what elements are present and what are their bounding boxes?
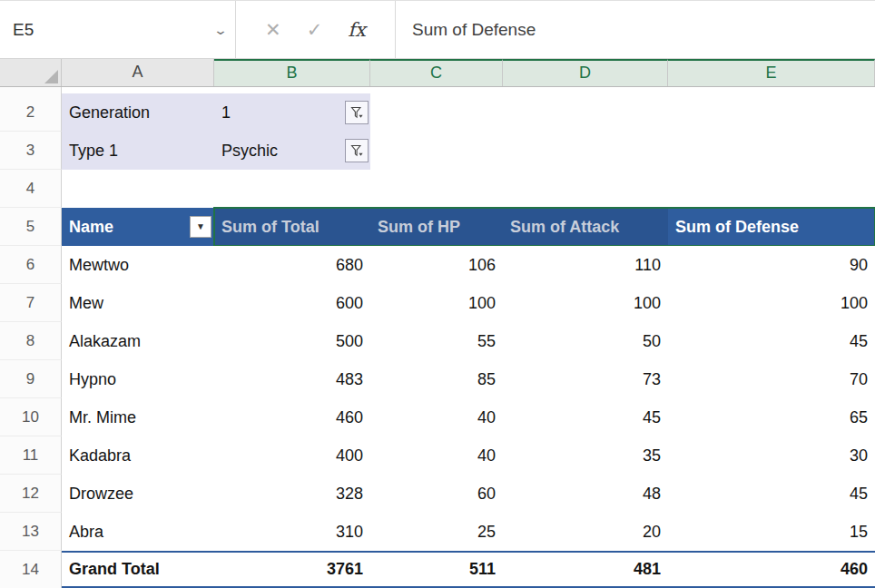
cell-hp[interactable]: 106: [370, 246, 503, 284]
cell-defense[interactable]: 45: [668, 475, 875, 513]
cell-hp[interactable]: 60: [370, 475, 503, 513]
filter-value-generation[interactable]: 1: [214, 93, 370, 132]
cell[interactable]: [503, 132, 668, 170]
grand-total-total[interactable]: 3761: [214, 551, 370, 588]
pivot-filter-button[interactable]: [345, 139, 369, 162]
cell-name[interactable]: Abra: [62, 513, 214, 551]
pivot-header-defense-active-cell[interactable]: Sum of Defense: [668, 208, 875, 246]
filter-label-type1[interactable]: Type 1: [62, 132, 214, 170]
cell-total[interactable]: 400: [214, 436, 370, 475]
column-header-c[interactable]: C: [370, 59, 503, 86]
cell-name[interactable]: Mewtwo: [62, 246, 214, 284]
cell-attack[interactable]: 110: [503, 246, 668, 284]
select-all-corner[interactable]: [0, 59, 62, 86]
cell-name[interactable]: Mew: [62, 284, 214, 322]
cell[interactable]: [214, 170, 370, 208]
column-header-d[interactable]: D: [503, 59, 668, 86]
name-filter-dropdown[interactable]: ▼: [190, 216, 211, 238]
cell[interactable]: [370, 132, 503, 170]
cell-defense[interactable]: 65: [668, 398, 875, 436]
cell-defense[interactable]: 30: [668, 436, 875, 475]
cell-defense[interactable]: 45: [668, 322, 875, 360]
cell[interactable]: [370, 87, 503, 93]
cell-total[interactable]: 310: [214, 513, 370, 551]
cell-name[interactable]: Hypno: [62, 360, 214, 398]
row-header-9[interactable]: 9: [0, 360, 62, 398]
row-header-6[interactable]: 6: [0, 246, 62, 284]
pivot-filter-button[interactable]: [345, 101, 369, 124]
row-header-7[interactable]: 7: [0, 284, 62, 322]
cell-defense[interactable]: 70: [668, 360, 875, 398]
cell-attack[interactable]: 100: [503, 284, 668, 322]
cell-attack[interactable]: 20: [503, 513, 668, 551]
cell-name[interactable]: Alakazam: [62, 322, 214, 360]
grand-total-attack[interactable]: 481: [503, 551, 668, 588]
cell-total[interactable]: 600: [214, 284, 370, 322]
cell-defense[interactable]: 15: [668, 513, 875, 551]
cell[interactable]: [62, 170, 214, 208]
column-header-b[interactable]: B: [214, 59, 370, 86]
cell-defense[interactable]: 100: [668, 284, 875, 322]
insert-function-icon[interactable]: fx: [348, 19, 366, 41]
row-header-12[interactable]: 12: [0, 475, 62, 513]
cell-total[interactable]: 680: [214, 246, 370, 284]
grand-total-label[interactable]: Grand Total: [62, 551, 214, 588]
formula-bar-input[interactable]: Sum of Defense: [396, 1, 875, 58]
row-header-10[interactable]: 10: [0, 398, 62, 436]
row-header-4[interactable]: 4: [0, 170, 62, 208]
filter-label-generation[interactable]: Generation: [62, 93, 214, 132]
row-header-13[interactable]: 13: [0, 513, 62, 551]
pivot-header-attack[interactable]: Sum of Attack: [503, 208, 668, 246]
grand-total-hp[interactable]: 511: [370, 551, 503, 588]
row-header-5[interactable]: 5: [0, 208, 62, 246]
cell[interactable]: [62, 87, 214, 93]
column-header-e[interactable]: E: [668, 59, 875, 86]
chevron-down-icon[interactable]: ⌄: [213, 23, 228, 37]
cell-defense[interactable]: 90: [668, 246, 875, 284]
cell-attack[interactable]: 48: [503, 475, 668, 513]
cell-attack[interactable]: 50: [503, 322, 668, 360]
cell[interactable]: [214, 87, 370, 93]
enter-check-icon[interactable]: ✓: [307, 19, 323, 41]
name-box[interactable]: E5 ⌄: [0, 1, 236, 58]
cell-hp[interactable]: 40: [370, 398, 503, 436]
pivot-header-name[interactable]: Name ▼: [62, 208, 214, 246]
cell-hp[interactable]: 85: [370, 360, 503, 398]
cell-name[interactable]: Drowzee: [62, 475, 214, 513]
cell[interactable]: [370, 93, 503, 132]
cell-total[interactable]: 500: [214, 322, 370, 360]
filter-value-type1[interactable]: Psychic: [214, 132, 370, 170]
cell-hp[interactable]: 40: [370, 436, 503, 475]
cell-attack[interactable]: 73: [503, 360, 668, 398]
row-header-3[interactable]: 3: [0, 132, 62, 170]
cell-hp[interactable]: 100: [370, 284, 503, 322]
cell[interactable]: [668, 132, 875, 170]
cell[interactable]: [370, 170, 503, 208]
row-header-11[interactable]: 11: [0, 436, 62, 475]
cell-total[interactable]: 460: [214, 398, 370, 436]
row-header-14[interactable]: 14: [0, 551, 62, 588]
cell-hp[interactable]: 25: [370, 513, 503, 551]
cell-hp[interactable]: 55: [370, 322, 503, 360]
cell-total[interactable]: 328: [214, 475, 370, 513]
row-5-pivot-header: 5 Name ▼ Sum of Total Sum of HP Sum of A…: [0, 208, 875, 246]
cell[interactable]: [668, 93, 875, 132]
cell-name[interactable]: Kadabra: [62, 436, 214, 475]
cell-name[interactable]: Mr. Mime: [62, 398, 214, 436]
cell[interactable]: [503, 93, 668, 132]
cell[interactable]: [668, 87, 875, 93]
cell-total[interactable]: 483: [214, 360, 370, 398]
row-header-2[interactable]: 2: [0, 93, 62, 132]
pivot-header-hp[interactable]: Sum of HP: [370, 208, 503, 246]
pivot-header-total[interactable]: Sum of Total: [214, 208, 370, 246]
cell-attack[interactable]: 45: [503, 398, 668, 436]
cell[interactable]: [503, 170, 668, 208]
column-header-a[interactable]: A: [62, 59, 214, 86]
cell[interactable]: [503, 87, 668, 93]
row-header-1[interactable]: 1: [0, 87, 62, 93]
cell[interactable]: [668, 170, 875, 208]
cell-attack[interactable]: 35: [503, 436, 668, 475]
cancel-icon[interactable]: ✕: [265, 19, 281, 41]
row-header-8[interactable]: 8: [0, 322, 62, 360]
grand-total-defense[interactable]: 460: [668, 551, 875, 588]
